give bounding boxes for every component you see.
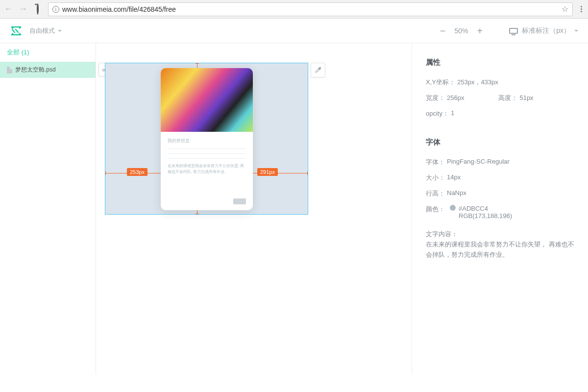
sidebar-tab-all[interactable]: 全部 (1) <box>0 43 96 62</box>
mode-dropdown[interactable]: 自由模式 <box>29 26 62 35</box>
mark-mode-label: 标准标注（px） <box>522 26 570 35</box>
color-rgb-value: RGB(173,188,196) <box>459 212 512 220</box>
browser-address-bar: ← → i www.biaonimeia.com/file/426845/fre… <box>0 0 588 19</box>
mockup-divider <box>168 158 246 159</box>
url-text: www.biaonimeia.com/file/426845/free <box>62 5 176 13</box>
zoom-out-button[interactable]: − <box>440 26 446 36</box>
opacity-value: 1 <box>451 109 454 118</box>
mode-label: 自由模式 <box>29 26 55 35</box>
text-content-label: 文字内容： <box>426 230 458 238</box>
display-icon <box>509 28 518 34</box>
bookmark-star-icon[interactable]: ☆ <box>562 4 568 14</box>
mockup-hero-image <box>161 68 253 132</box>
xy-label: X,Y坐标： <box>426 78 455 87</box>
zoom-value: 50% <box>454 27 468 35</box>
properties-panel: 属性 X,Y坐标：253px，433px 宽度：256px 高度：51px op… <box>412 43 588 374</box>
dim-left: 253px <box>127 168 147 176</box>
forward-icon[interactable]: → <box>19 4 27 14</box>
back-icon[interactable]: ← <box>4 4 13 14</box>
reload-icon[interactable] <box>33 4 42 14</box>
artboard[interactable]: 433px 253px 291px 116px 我的梦想是 <box>105 63 308 215</box>
dim-right: 291px <box>257 168 278 176</box>
width-label: 宽度： <box>426 94 445 101</box>
sidebar-tab-label: 全部 <box>7 49 20 56</box>
font-family-label: 字体： <box>426 158 445 167</box>
zoom-in-button[interactable]: + <box>477 26 483 36</box>
text-content-value: 在未来的课程里我会非常努力不让你失望， 再难也不会掉队，努力完成所有作业。 <box>426 241 574 258</box>
mark-mode-dropdown[interactable]: 标准标注（px） <box>509 26 578 35</box>
file-name: 梦想太空舱.psd <box>15 66 56 74</box>
opacity-label: opcity： <box>426 109 449 118</box>
color-swatch[interactable] <box>450 205 456 211</box>
file-sidebar: 全部 (1) 梦想太空舱.psd <box>0 43 96 374</box>
design-canvas[interactable]: « 433px 253px 291px 116px <box>96 43 412 374</box>
color-label: 颜色： <box>426 205 445 214</box>
zoom-controls: − 50% + <box>440 26 483 36</box>
font-size-value: 14px <box>447 173 461 182</box>
mockup-card[interactable]: 我的梦想是 在未来的课程里我会非常努力不让你失望, 再难也不会掉队, 努力完成所… <box>161 68 253 210</box>
eyedropper-button[interactable] <box>311 63 325 77</box>
site-info-icon[interactable]: i <box>52 6 59 13</box>
font-size-label: 大小： <box>426 173 445 182</box>
mockup-confirm-button <box>233 198 246 204</box>
app-header: 自由模式 − 50% + 标准标注（px） <box>0 19 588 43</box>
color-hex-value: #ADBCC4 <box>459 205 488 212</box>
props-section-font: 字体 <box>426 138 574 147</box>
height-label: 高度： <box>498 94 517 101</box>
line-height-label: 行高： <box>426 189 445 198</box>
psd-file-icon <box>7 67 12 74</box>
height-value: 51px <box>519 94 533 101</box>
mockup-label: 我的梦想是 <box>168 138 246 144</box>
app-logo-icon[interactable] <box>10 24 23 37</box>
browser-menu-icon[interactable] <box>579 4 584 14</box>
mockup-divider <box>168 153 246 154</box>
mockup-divider <box>168 148 246 149</box>
sidebar-count: (1) <box>22 49 29 56</box>
file-list-item[interactable]: 梦想太空舱.psd <box>0 62 96 78</box>
line-height-value: NaNpx <box>447 189 466 198</box>
mockup-selected-text: 在未来的课程里我会非常努力不让你失望, 再难也不会掉队, 努力完成所有作业。 <box>168 163 246 175</box>
font-family-value: PingFang-SC-Regular <box>447 158 510 167</box>
width-value: 256px <box>447 94 464 101</box>
url-input[interactable]: i www.biaonimeia.com/file/426845/free ☆ <box>48 2 573 16</box>
xy-value: 253px，433px <box>457 78 498 87</box>
props-section-attributes: 属性 <box>426 58 574 67</box>
